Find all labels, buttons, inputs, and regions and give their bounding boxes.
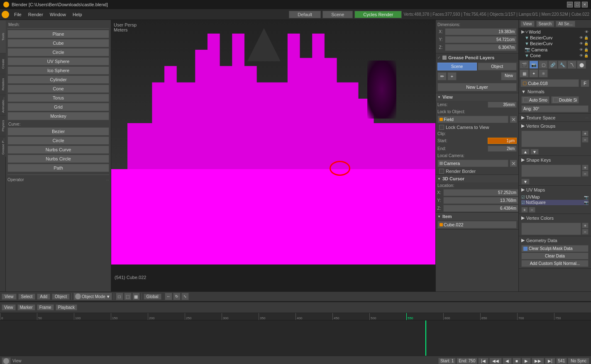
- add-custom-normal-btn[interactable]: Add Custom Split Normal...: [521, 260, 589, 267]
- camera-field[interactable]: Camera: [437, 160, 508, 167]
- clear-data-btn[interactable]: Clear Data: [521, 252, 589, 260]
- cursor-header[interactable]: ▼ 3D Cursor: [436, 175, 518, 182]
- camera-clear-btn[interactable]: ✕: [510, 160, 517, 167]
- render-border-checkbox[interactable]: [439, 169, 444, 174]
- timeline-playback-btn[interactable]: Playback: [56, 304, 78, 311]
- vertex-colors-add-btn[interactable]: +: [582, 223, 589, 228]
- angle-value[interactable]: Ang: 30°: [521, 105, 589, 112]
- tl-stop-btn[interactable]: ■: [513, 358, 521, 364]
- props-material-btn[interactable]: ⬤: [577, 61, 586, 69]
- bezier1-lock[interactable]: 🔒: [584, 36, 589, 40]
- item-header[interactable]: ▼ Item: [436, 213, 518, 220]
- lock-obj-clear-btn[interactable]: ✕: [510, 116, 517, 123]
- gp-scene-btn[interactable]: Scene: [437, 63, 477, 70]
- tool-nurbs-curve[interactable]: Nurbs Curve: [7, 146, 109, 154]
- pivot-selector[interactable]: Global: [144, 294, 161, 300]
- outline-item-beziercurv2[interactable]: ▼ BezierCurv 👁 🔒: [520, 41, 590, 46]
- view-menu-btn[interactable]: View: [2, 294, 17, 300]
- menu-window[interactable]: Window: [46, 11, 69, 18]
- normals-header[interactable]: ▼ Normals: [519, 88, 591, 95]
- vertex-groups-move-up-btn[interactable]: ▲: [521, 149, 530, 155]
- menu-render[interactable]: Render: [25, 11, 46, 18]
- props-constraint-btn[interactable]: 🔗: [548, 61, 557, 69]
- move-icon-btn[interactable]: ↔: [165, 293, 172, 300]
- item-cube-field[interactable]: Cube.022: [437, 221, 517, 228]
- cone-lock[interactable]: 🔒: [584, 53, 589, 58]
- uv-maps-header[interactable]: ▶ UV Maps: [519, 186, 591, 194]
- timeline-track[interactable]: [0, 320, 591, 356]
- workspace-selector[interactable]: Default: [289, 11, 321, 18]
- tool-monkey[interactable]: Monkey: [7, 112, 109, 120]
- uv-maps-add-btn[interactable]: +: [521, 207, 528, 213]
- title-right[interactable]: — □ ✕: [567, 2, 588, 7]
- world-eye[interactable]: 👁: [585, 30, 589, 34]
- timeline-frame-btn[interactable]: Frame: [37, 304, 54, 311]
- props-f-btn[interactable]: F: [581, 80, 589, 87]
- gp-add-icon[interactable]: +: [447, 72, 457, 80]
- mode-selector[interactable]: Object Mode ▼: [73, 293, 112, 300]
- timeline-view-btn[interactable]: View: [2, 304, 16, 311]
- tab-animation[interactable]: Animatio...: [0, 95, 6, 115]
- tool-cone[interactable]: Cone: [7, 85, 109, 93]
- auto-smooth-checkbox[interactable]: [523, 97, 528, 102]
- vertex-groups-move-down-btn[interactable]: ▼: [530, 149, 539, 155]
- tab-tools[interactable]: Tools: [0, 20, 6, 53]
- gp-new-layer-btn[interactable]: New Layer: [437, 83, 517, 91]
- gp-pencil-icon[interactable]: ✏: [437, 72, 447, 80]
- outline-item-world[interactable]: ▶ V World 👁: [520, 29, 590, 35]
- texture-space-header[interactable]: ▶ Texture Space ···: [519, 114, 591, 121]
- tl-reverse-btn[interactable]: ◀: [503, 358, 512, 364]
- menu-help[interactable]: Help: [69, 11, 85, 18]
- tool-cube[interactable]: Cube: [7, 39, 109, 47]
- vertex-colors-remove-btn[interactable]: −: [582, 229, 589, 235]
- outline-item-beziercurv1[interactable]: ▼ BezierCurv 👁 🔒: [520, 35, 590, 41]
- gp-object-btn[interactable]: Object: [478, 63, 517, 70]
- uv-map-1-camera-icon[interactable]: 📷: [584, 195, 589, 199]
- tl-prev-key-btn[interactable]: ◀◀: [489, 358, 502, 364]
- scene-selector[interactable]: Scene: [322, 11, 353, 18]
- props-scene-btn[interactable]: 🎬: [520, 61, 529, 69]
- bezier2-eye[interactable]: 👁: [579, 41, 583, 46]
- dim-x-value[interactable]: 19.383m: [445, 28, 517, 35]
- props-object-btn[interactable]: ▢: [539, 61, 548, 69]
- select-menu-btn[interactable]: Select: [18, 294, 36, 300]
- tab-relation[interactable]: Relation: [0, 74, 6, 95]
- cone-eye[interactable]: 👁: [579, 53, 583, 58]
- double-sided-checkbox[interactable]: [553, 97, 558, 102]
- timeline-mode-btn[interactable]: [2, 357, 11, 364]
- tool-grid[interactable]: Grid: [7, 103, 109, 111]
- rotate-icon-btn[interactable]: ↻: [173, 293, 181, 300]
- dim-y-value[interactable]: 54.721cm: [445, 36, 517, 43]
- outliner-search-btn[interactable]: Search: [536, 21, 554, 27]
- clip-end-value[interactable]: 2km: [488, 146, 517, 152]
- shape-keys-add-btn[interactable]: +: [582, 165, 589, 170]
- object-menu-btn[interactable]: Object: [52, 294, 70, 300]
- wire-mode-btn[interactable]: ⬚: [124, 293, 132, 300]
- tool-uv-sphere[interactable]: UV Sphere: [7, 57, 109, 66]
- menu-file[interactable]: File: [11, 11, 25, 18]
- dim-z-value[interactable]: 6.3047m: [445, 44, 517, 51]
- vertex-groups-header[interactable]: ▶ Vertex Groups: [519, 122, 591, 130]
- tool-circle[interactable]: Circle: [7, 48, 109, 56]
- props-modifier-btn[interactable]: 🔧: [558, 61, 567, 69]
- props-physics-btn[interactable]: ⚛: [539, 69, 548, 78]
- outliner-all-btn[interactable]: All Se...: [556, 21, 575, 27]
- tl-play-btn[interactable]: ▶: [522, 358, 531, 364]
- props-texture-btn[interactable]: ▦: [520, 69, 529, 78]
- 3d-viewport[interactable]: User Persp Meters (541) Cube.022: [111, 20, 435, 291]
- tl-skip-end-btn[interactable]: ▶|: [545, 358, 555, 364]
- maximize-btn[interactable]: □: [574, 2, 580, 7]
- uv-map-2-camera-icon[interactable]: 📷: [584, 201, 589, 205]
- tool-circle-curve[interactable]: Circle: [7, 136, 109, 145]
- shape-keys-extra-btn[interactable]: ▼: [521, 179, 530, 184]
- tl-next-key-btn[interactable]: ▶▶: [532, 358, 544, 364]
- solid-mode-btn[interactable]: □: [116, 293, 123, 300]
- bezier2-lock[interactable]: 🔒: [584, 41, 589, 46]
- gp-new-btn[interactable]: New: [501, 72, 517, 80]
- add-menu-btn[interactable]: Add: [37, 294, 50, 300]
- timeline-marker-btn[interactable]: Marker: [17, 304, 35, 311]
- close-btn[interactable]: ✕: [582, 2, 588, 7]
- props-cube-name-field[interactable]: ▢ Cube.018: [520, 79, 579, 87]
- clip-start-value[interactable]: 1µm: [488, 138, 517, 144]
- outline-item-cone[interactable]: ▼ Cone 👁 🔒: [520, 53, 590, 58]
